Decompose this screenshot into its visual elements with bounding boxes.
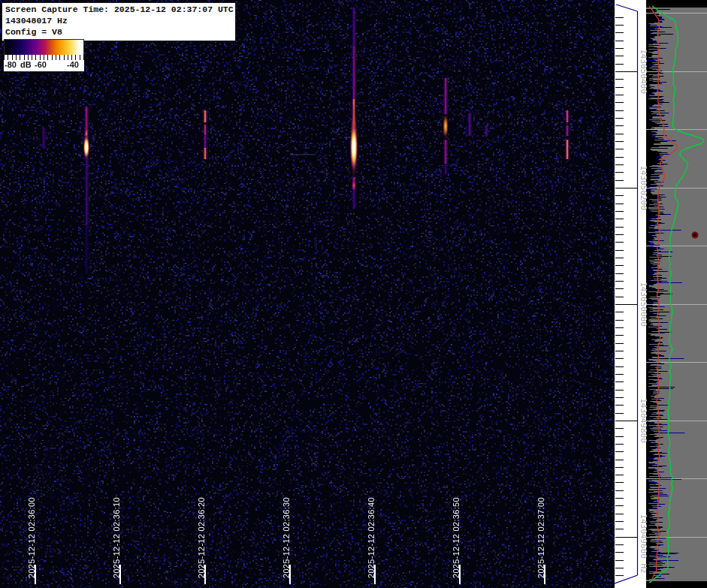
amplitude-color-scale: -80 dB -60 -40: [4, 39, 84, 71]
config-text: Config = V8: [5, 27, 232, 38]
capture-time-text: Screen Capture Time: 2025-12-12 02:37:07…: [5, 5, 232, 16]
spectrum-graph-panel: [646, 0, 707, 588]
frequency-axis-label: 143050400: [639, 49, 648, 94]
waterfall-spectrogram: [0, 0, 615, 588]
scale-min-label: -80: [5, 60, 17, 69]
color-scale-ticks: [4, 55, 84, 60]
color-gradient-bar: [4, 39, 84, 55]
time-axis-label: 2025-12-12 02:36:00: [27, 497, 37, 578]
frequency-axis-label: 143050000: [639, 282, 648, 327]
time-axis-label: 2025-12-12 02:36:40: [367, 497, 376, 578]
scale-unit-label: dB: [20, 60, 32, 69]
time-axis-label: 2025-12-12 02:36:10: [112, 497, 122, 578]
center-frequency-text: 143048017 Hz: [5, 16, 232, 27]
scale-mid-label: -60: [35, 60, 47, 69]
capture-info-box: Screen Capture Time: 2025-12-12 02:37:07…: [2, 2, 236, 41]
time-axis-label: 2025-12-12 02:36:20: [197, 497, 207, 578]
spectrum-lab-capture: Screen Capture Time: 2025-12-12 02:37:07…: [0, 0, 707, 588]
time-axis-label: 2025-12-12 02:36:30: [282, 497, 292, 578]
time-axis-label: 2025-12-12 02:36:50: [452, 497, 461, 578]
frequency-axis-label: 143049600 Hz: [639, 514, 648, 573]
color-scale-labels: -80 dB -60 -40: [4, 60, 84, 71]
time-axis-label: 2025-12-12 02:37:00: [536, 497, 546, 578]
frequency-axis-label: 143050200: [639, 165, 648, 210]
frequency-axis-label: 143049800: [639, 398, 648, 443]
scale-max-label: -40: [67, 60, 79, 69]
